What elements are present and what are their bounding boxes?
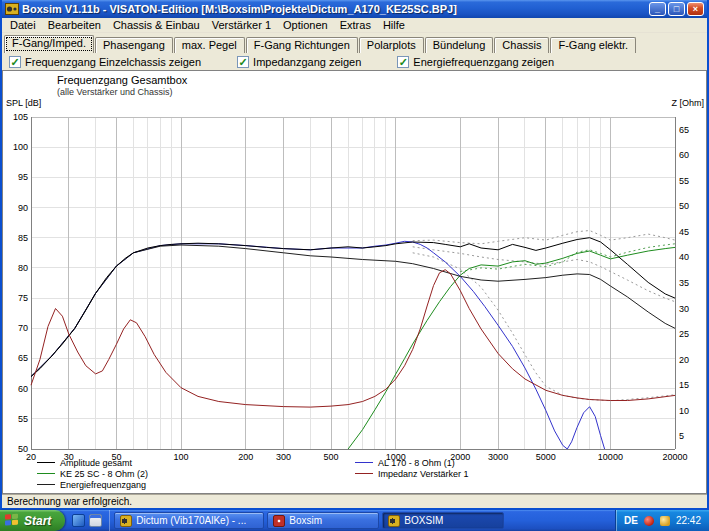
svg-text:55: 55 <box>18 414 28 424</box>
svg-text:25: 25 <box>679 329 689 339</box>
status-text: Berechnung war erfolgreich. <box>7 496 132 507</box>
menu-item-bearbeiten[interactable]: Bearbeiten <box>42 19 107 31</box>
window-controls: _ □ × <box>649 2 704 16</box>
minimize-button[interactable]: _ <box>649 2 666 16</box>
menu-item-datei[interactable]: Datei <box>4 19 42 31</box>
quick-launch <box>65 510 110 531</box>
legend-item-ke-25-sc-8-ohm-2: KE 25 SC - 8 Ohm (2) <box>37 468 148 479</box>
windows-logo-icon <box>5 513 20 527</box>
task-app-icon <box>273 515 285 527</box>
language-indicator[interactable]: DE <box>624 515 638 526</box>
legend-item-energiefrequenzgang: Energiefrequenzgang <box>37 479 148 490</box>
series-winkelfrequenzgang-gestrichelt-1 <box>413 231 675 244</box>
svg-text:10: 10 <box>679 406 689 416</box>
taskbar-task-dictum-vib170alke[interactable]: Dictum (Vib170AlKe) - ... <box>114 512 264 529</box>
chart-title: Frequenzgang Gesamtbox <box>57 74 187 86</box>
legend-line-swatch <box>37 462 55 463</box>
tray-red-icon[interactable] <box>644 516 654 526</box>
maximize-button[interactable]: □ <box>668 2 685 16</box>
tab-chassis[interactable]: Chassis <box>494 37 549 53</box>
app-window: Boxsim V1.11b - VISATON-Edition [M:\Boxs… <box>0 0 709 510</box>
taskbar: Start Dictum (Vib170AlKe) - ...BoxsimBOX… <box>0 510 709 531</box>
svg-text:50: 50 <box>679 201 689 211</box>
tab-phasengang[interactable]: Phasengang <box>95 37 173 53</box>
app-icon <box>5 2 19 16</box>
quick-launch-icon-1[interactable] <box>72 514 85 527</box>
checkbox-label: Energiefrequenzgang zeigen <box>413 56 554 68</box>
series-impedanz-verst-rker-1 <box>31 270 675 407</box>
menu-item-chassis-einbau[interactable]: Chassis & Einbau <box>107 19 206 31</box>
menu-item-optionen[interactable]: Optionen <box>277 19 334 31</box>
legend-line-swatch <box>37 473 55 474</box>
series-winkelfrequenzgang-gestrichelt-gr-n <box>460 244 675 272</box>
task-buttons: Dictum (Vib170AlKe) - ...BoxsimBOXSIM <box>110 512 615 529</box>
checkbox-energiefrequenzgang-zeigen[interactable]: ✓Energiefrequenzgang zeigen <box>397 56 554 68</box>
svg-text:5: 5 <box>679 431 684 441</box>
legend-item-impedanz-verst-rker-1: Impedanz Verstärker 1 <box>355 468 469 479</box>
tab-f-gang-richtungen[interactable]: F-Gang Richtungen <box>246 37 358 53</box>
svg-text:60: 60 <box>679 150 689 160</box>
checkbox-frequenzgang-einzelchassis-zeigen[interactable]: ✓Frequenzgang Einzelchassis zeigen <box>9 56 201 68</box>
checkbox-label: Frequenzgang Einzelchassis zeigen <box>25 56 201 68</box>
checkbox-check-icon: ✓ <box>237 56 249 68</box>
legend-item-amplitude-gesamt: Amplitude gesamt <box>37 457 148 468</box>
checkbox-check-icon: ✓ <box>9 56 21 68</box>
svg-text:40: 40 <box>679 252 689 262</box>
series-al-170-8-ohm-1 <box>31 241 605 449</box>
svg-text:100: 100 <box>13 142 28 152</box>
task-app-icon <box>388 515 400 527</box>
taskbar-task-boxsim[interactable]: BOXSIM <box>382 512 504 529</box>
title-bar[interactable]: Boxsim V1.11b - VISATON-Edition [M:\Boxs… <box>2 0 707 18</box>
task-label: BOXSIM <box>404 515 443 526</box>
svg-text:90: 90 <box>18 203 28 213</box>
quick-launch-icon-2[interactable] <box>89 514 102 527</box>
legend-label: Energiefrequenzgang <box>60 480 146 490</box>
legend-label: Amplitude gesamt <box>60 458 132 468</box>
svg-text:85: 85 <box>18 233 28 243</box>
tray-speaker-icon[interactable] <box>660 516 670 526</box>
chart-panel: Frequenzgang Gesamtbox (alle Verstärker … <box>2 70 707 494</box>
svg-text:65: 65 <box>679 125 689 135</box>
svg-text:65: 65 <box>18 353 28 363</box>
checkbox-impedanzgang-zeigen[interactable]: ✓Impedanzgang zeigen <box>237 56 361 68</box>
y-left-axis-label: SPL [dB] <box>6 98 41 108</box>
svg-text:20: 20 <box>679 355 689 365</box>
tab-max-pegel[interactable]: max. Pegel <box>174 37 245 53</box>
svg-text:45: 45 <box>679 227 689 237</box>
tab-f-gang-elektr[interactable]: F-Gang elektr. <box>550 37 636 53</box>
y-right-axis-label: Z [Ohm] <box>671 98 704 108</box>
start-label: Start <box>24 514 51 528</box>
legend-line-swatch <box>355 473 373 474</box>
legend-label: AL 170 - 8 Ohm (1) <box>378 458 455 468</box>
legend-line-swatch <box>37 484 55 485</box>
plot-frame <box>31 117 675 449</box>
tab-polarplots[interactable]: Polarplots <box>359 37 424 53</box>
svg-text:55: 55 <box>679 176 689 186</box>
svg-text:75: 75 <box>18 293 28 303</box>
system-tray: DE 22:42 <box>615 510 709 531</box>
task-app-icon <box>120 515 132 527</box>
start-button[interactable]: Start <box>0 510 65 531</box>
taskbar-task-boxsim[interactable]: Boxsim <box>267 512 379 529</box>
svg-text:70: 70 <box>18 323 28 333</box>
legend-label: Impedanz Verstärker 1 <box>378 469 469 479</box>
checkbox-row: ✓Frequenzgang Einzelchassis zeigen✓Imped… <box>2 53 707 70</box>
svg-text:80: 80 <box>18 263 28 273</box>
legend-line-swatch <box>355 462 373 463</box>
menu-item-extras[interactable]: Extras <box>334 19 377 31</box>
grid-minor <box>31 117 675 449</box>
clock[interactable]: 22:42 <box>676 515 701 526</box>
legend-item-al-170-8-ohm-1: AL 170 - 8 Ohm (1) <box>355 457 469 468</box>
svg-text:60: 60 <box>18 384 28 394</box>
legend-col1: Amplitude gesamtKE 25 SC - 8 Ohm (2)Ener… <box>37 457 148 490</box>
legend-col2: AL 170 - 8 Ohm (1)Impedanz Verstärker 1 <box>355 457 469 479</box>
tab-bar: F-Gang/Imped.Phasengangmax. PegelF-Gang … <box>2 33 707 53</box>
task-label: Dictum (Vib170AlKe) - ... <box>136 515 246 526</box>
menu-item-hilfe[interactable]: Hilfe <box>377 19 411 31</box>
chart-canvas: 1051009590858075706560555065605550454035… <box>3 71 706 494</box>
tab-f-gang-imped[interactable]: F-Gang/Imped. <box>4 35 94 53</box>
close-button[interactable]: × <box>687 2 704 16</box>
menu-item-verst-rker-1[interactable]: Verstärker 1 <box>206 19 277 31</box>
tab-b-ndelung[interactable]: Bündelung <box>425 37 494 53</box>
axis-tick-labels: 1051009590858075706560555065605550454035… <box>13 112 689 462</box>
